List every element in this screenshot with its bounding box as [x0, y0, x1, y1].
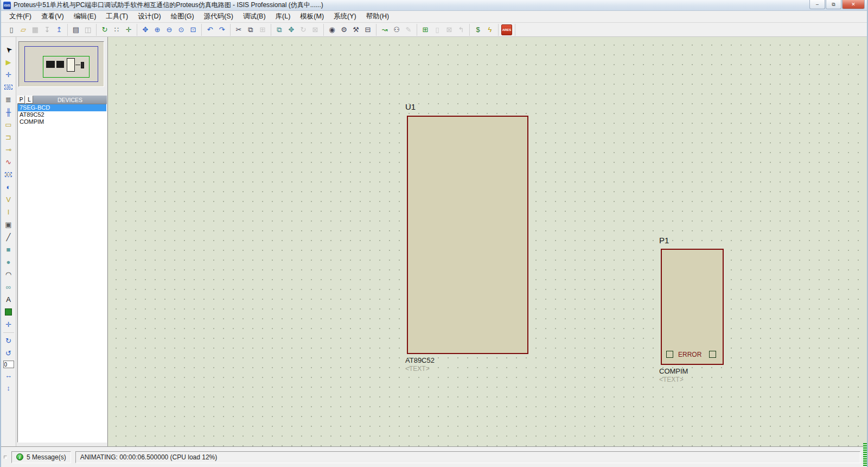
property-assignment-icon[interactable]: ✎	[403, 24, 414, 35]
print-icon[interactable]: ▤	[71, 24, 81, 35]
pick-parts-icon[interactable]: ◉	[327, 24, 337, 35]
pick-devices-button[interactable]: P	[17, 96, 25, 104]
component-mode-icon[interactable]: ▶	[2, 56, 15, 68]
mcu-chip-body[interactable]	[407, 116, 528, 354]
schematic-canvas[interactable]: U1 AT89C52 <TEXT> P1 COMPIM <TEXT> ERROR	[108, 37, 868, 446]
selection-mode-icon[interactable]: ➤	[2, 43, 15, 56]
wire-label-mode-icon[interactable]: LBL	[2, 81, 15, 93]
2d-circle-mode-icon[interactable]: ●	[2, 256, 15, 268]
save-design-icon[interactable]: ▦	[30, 24, 41, 35]
message-panel[interactable]: i 5 Message(s)	[11, 451, 71, 463]
wire-label-mode-glyph: LBL	[4, 85, 13, 90]
overview-window[interactable]	[18, 41, 104, 87]
remove-sheet-icon[interactable]: ⊠	[444, 24, 455, 35]
menu-item-1[interactable]: 查看(V)	[36, 11, 69, 22]
decompose-icon[interactable]: ⊟	[362, 24, 373, 35]
resize-grip[interactable]	[863, 443, 867, 466]
zoom-all-icon[interactable]: ⊙	[176, 24, 187, 35]
text-script-mode-icon[interactable]: ≣	[2, 93, 15, 106]
make-device-icon[interactable]: ⚙	[339, 24, 349, 35]
netlist-to-ares-icon[interactable]: ARES	[501, 24, 512, 35]
window-title: Proteus中51单片机与PC端串口调试助手软件相互通信的Proteus仿真电…	[14, 1, 323, 10]
redraw-icon[interactable]: ↻	[99, 24, 110, 35]
packaging-tool-icon[interactable]: ⚒	[350, 24, 361, 35]
menu-item-7[interactable]: 调试(B)	[238, 11, 271, 22]
virtual-instruments-mode-icon[interactable]: ▣	[2, 218, 15, 231]
device-item-7SEG-BCD[interactable]: 7SEG-BCD	[18, 104, 106, 111]
device-pin-mode-icon[interactable]: ⊸	[2, 143, 15, 156]
2d-arc-mode-icon[interactable]: ◠	[2, 268, 15, 281]
tape-recorder-mode-icon[interactable]: 8.9	[2, 168, 15, 181]
zoom-in-icon[interactable]: ⊕	[152, 24, 163, 35]
cut-icon[interactable]: ✂	[233, 24, 244, 35]
electrical-rule-check-icon[interactable]: ϟ	[484, 24, 495, 35]
rotation-angle-input[interactable]	[3, 361, 14, 368]
generator-mode-icon[interactable]: ◐	[2, 181, 15, 193]
mirror-vertical-icon[interactable]: ↕	[2, 382, 15, 394]
false-origin-icon[interactable]: ✛	[123, 24, 134, 35]
2d-text-mode-icon[interactable]: A	[2, 293, 15, 306]
2d-path-mode-icon[interactable]: ∞	[2, 281, 15, 293]
terminal-mode-icon[interactable]: ⊐	[2, 131, 15, 143]
copy-icon[interactable]: ⧉	[245, 24, 256, 35]
menu-item-11[interactable]: 帮助(H)	[361, 11, 394, 22]
info-icon: i	[16, 453, 23, 460]
device-list[interactable]: 7SEG-BCDAT89C52COMPIM	[17, 104, 107, 443]
library-manager-button[interactable]: L	[25, 96, 33, 104]
zoom-out-icon[interactable]: ⊖	[164, 24, 175, 35]
2d-symbol-mode-icon[interactable]: S	[2, 306, 15, 318]
new-sheet-icon[interactable]: ▯	[432, 24, 443, 35]
menu-item-2[interactable]: 编辑(E)	[69, 11, 101, 22]
compim-body[interactable]	[661, 249, 724, 365]
overview-wire-thumb	[75, 65, 80, 65]
block-rotate-icon[interactable]: ↻	[298, 24, 309, 35]
menu-item-10[interactable]: 系统(Y)	[329, 11, 361, 22]
paste-icon[interactable]: ⊞	[257, 24, 268, 35]
undo-icon[interactable]: ↶	[205, 24, 215, 35]
pan-icon[interactable]: ✥	[140, 24, 151, 35]
mark-output-area-icon[interactable]: ◫	[82, 24, 93, 35]
menu-item-0[interactable]: 文件(F)	[4, 11, 36, 22]
2d-marker-mode-icon[interactable]: ✛	[2, 318, 15, 331]
block-copy-icon[interactable]: ⧉	[274, 24, 285, 35]
block-delete-icon[interactable]: ⊠	[310, 24, 321, 35]
minimize-button[interactable]: –	[809, 0, 825, 9]
restore-button[interactable]: ⧉	[826, 0, 841, 9]
export-section-icon[interactable]: ↥	[54, 24, 65, 35]
toggle-grid-icon[interactable]: ∷	[111, 24, 122, 35]
toolbar-group: ⊞▯⊠↰	[417, 24, 470, 36]
menu-bar: 文件(F)查看(V)编辑(E)工具(T)设计(D)绘图(G)源代码(S)调试(B…	[1, 11, 867, 23]
redo-icon[interactable]: ↷	[216, 24, 227, 35]
device-item-AT89C52[interactable]: AT89C52	[18, 111, 106, 118]
bus-mode-icon[interactable]: ╫	[2, 106, 15, 118]
junction-dot-mode-icon[interactable]: ✛	[2, 68, 15, 81]
graph-mode-icon[interactable]: ∿	[2, 156, 15, 168]
toolbar-group: ↶↷	[202, 24, 231, 36]
mirror-horizontal-icon[interactable]: ↔	[2, 369, 15, 382]
device-item-COMPIM[interactable]: COMPIM	[18, 118, 106, 125]
block-move-icon[interactable]: ✥	[286, 24, 297, 35]
import-section-icon[interactable]: ↧	[42, 24, 53, 35]
bill-of-materials-icon[interactable]: $	[473, 24, 483, 35]
open-design-icon[interactable]: ▱	[18, 24, 29, 35]
current-probe-mode-icon[interactable]: I	[2, 206, 15, 218]
new-design-icon[interactable]: ▯	[6, 24, 17, 35]
close-button[interactable]: ✕	[842, 0, 865, 9]
2d-box-mode-icon[interactable]: ■	[2, 243, 15, 256]
search-tag-icon[interactable]: ⚇	[391, 24, 402, 35]
goto-sheet-icon[interactable]: ↰	[456, 24, 467, 35]
menu-item-3[interactable]: 工具(T)	[101, 11, 133, 22]
menu-item-9[interactable]: 模板(M)	[295, 11, 329, 22]
voltage-probe-mode-icon[interactable]: V	[2, 193, 15, 206]
rotate-clockwise-icon[interactable]: ↻	[2, 335, 15, 347]
menu-item-4[interactable]: 设计(D)	[133, 11, 165, 22]
design-explorer-icon[interactable]: ⊞	[420, 24, 431, 35]
menu-item-6[interactable]: 源代码(S)	[199, 11, 238, 22]
subcircuit-mode-icon[interactable]: ▭	[2, 118, 15, 131]
rotate-anticlockwise-icon[interactable]: ↺	[2, 347, 15, 359]
zoom-area-icon[interactable]: ⊡	[188, 24, 199, 35]
wire-autorouter-icon[interactable]: ↝	[379, 24, 390, 35]
menu-item-5[interactable]: 绘图(G)	[166, 11, 199, 22]
menu-item-8[interactable]: 库(L)	[271, 11, 296, 22]
2d-line-mode-icon[interactable]: ╱	[2, 231, 15, 243]
